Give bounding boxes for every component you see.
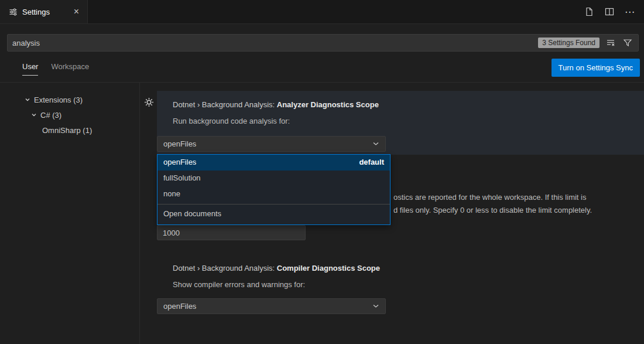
turn-on-settings-sync-button[interactable]: Turn on Settings Sync [551,59,640,77]
gear-icon[interactable] [144,97,155,108]
setting-analyzer-diagnostics-scope: Dotnet › Background Analysis: Analyzer D… [157,91,644,155]
dropdown-option-description: Open documents [157,205,390,224]
setting-description-truncated: ostics are reported for the whole worksp… [393,193,586,202]
setting-name: Analyzer Diagnostics Scope [277,100,379,109]
tab-settings[interactable]: Settings × [0,0,88,23]
tree-item-extensions[interactable]: Extensions (3) [0,92,139,107]
close-icon[interactable]: × [71,6,81,17]
settings-tree: Extensions (3) C# (3) OmniSharp (1) [0,83,140,344]
tree-item-label: OmniSharp (1) [42,126,92,135]
more-actions-icon[interactable]: ⋯ [624,6,636,18]
setting-name: Compiler Diagnostics Scope [277,264,380,273]
analyzer-scope-select[interactable]: openFiles [157,136,386,152]
dropdown-option-fullsolution[interactable]: fullSolution [157,171,390,186]
clear-filters-icon[interactable] [605,37,616,49]
search-controls: 3 Settings Found [538,37,638,49]
chevron-down-icon[interactable] [29,112,39,118]
tab-user[interactable]: User [22,60,38,76]
diagnostics-limit-input[interactable] [157,225,306,240]
tab-title: Settings [22,8,67,16]
settings-search-bar: 3 Settings Found [7,34,639,52]
chevron-down-icon [372,302,379,311]
tree-item-label: Extensions (3) [34,96,83,104]
tree-item-label: C# (3) [40,111,61,120]
setting-description: Run background code analysis for: [173,117,290,125]
search-input[interactable] [8,35,538,51]
option-default-badge: default [359,155,384,171]
settings-body: Extensions (3) C# (3) OmniSharp (1) [0,83,644,344]
option-label: fullSolution [163,171,201,186]
setting-category: Dotnet › Background Analysis: [173,100,277,109]
split-editor-icon[interactable] [604,6,615,18]
setting-description-truncated: d files only. Specify 0 or less to disab… [393,206,592,214]
dropdown-option-none[interactable]: none [157,186,390,202]
chevron-down-icon [372,139,379,148]
settings-list: Dotnet › Background Analysis: Analyzer D… [140,83,644,344]
tab-workspace[interactable]: Workspace [51,60,89,76]
vscode-settings-editor: Settings × ⋯ 3 Settings Found [0,0,644,344]
settings-scope-header: User Workspace Turn on Settings Sync [0,53,644,83]
option-label: openFiles [163,155,196,171]
editor-tab-bar: Settings × ⋯ [0,0,644,24]
setting-title: Dotnet › Background Analysis: Compiler D… [173,264,380,273]
setting-description: Show compiler errors and warnings for: [173,280,305,289]
select-value: openFiles [163,139,196,148]
settings-found-badge: 3 Settings Found [538,38,600,48]
compiler-scope-select[interactable]: openFiles [157,298,386,314]
setting-title: Dotnet › Background Analysis: Analyzer D… [173,100,379,109]
chevron-down-icon[interactable] [23,97,32,103]
option-label: none [163,186,180,202]
filter-icon[interactable] [622,37,633,49]
analyzer-scope-dropdown: openFiles default fullSolution none Open… [157,154,390,225]
scope-tabs: User Workspace [22,60,89,76]
open-settings-json-icon[interactable] [583,6,595,18]
setting-category: Dotnet › Background Analysis: [173,264,277,273]
search-input-container: 3 Settings Found [7,34,639,52]
tree-item-omnisharp[interactable]: OmniSharp (1) [0,122,139,138]
select-value: openFiles [163,302,196,311]
editor-actions: ⋯ [583,0,636,23]
dropdown-option-openfiles[interactable]: openFiles default [157,155,390,171]
settings-sliders-icon [8,7,18,16]
tree-item-csharp[interactable]: C# (3) [0,107,139,122]
